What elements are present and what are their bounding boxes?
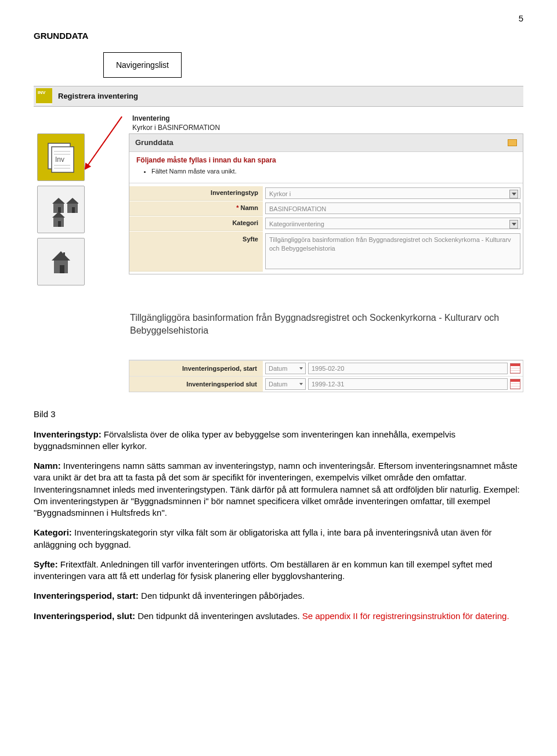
select-inventeringstyp[interactable]: Kyrkor i (265, 187, 520, 199)
sidebar-icon-rail: Inv (37, 133, 85, 285)
svg-text:Inv: Inv (55, 155, 64, 164)
lead-syfte: Syfte: (34, 559, 58, 569)
body-text: Bild 3 Inventeringstyp: Förvalslista öve… (34, 408, 523, 622)
document-stack-icon: Inv (44, 140, 78, 175)
inventering-title: Inventering (132, 114, 220, 123)
svg-marker-16 (52, 251, 70, 261)
para-start: Inventeringsperiod, start: Den tidpunkt … (34, 590, 523, 602)
inventering-heading: Inventering Kyrkor i BASINFORMATION (132, 114, 220, 132)
label-namn-text: Namn (240, 204, 258, 212)
svg-rect-18 (60, 265, 64, 273)
sidebar-item-houses-multi[interactable] (37, 186, 85, 233)
para-inventeringstyp: Inventeringstyp: Förvalslista över de ol… (34, 429, 523, 453)
select-kategori[interactable]: Kategoriinventering (265, 218, 520, 229)
para-kategori: Kategori: Inventeringskategorin styr vil… (34, 527, 523, 551)
callout-arrow (85, 117, 122, 169)
label-period-slut: Inventeringsperiod slut (129, 377, 263, 392)
caption-bild: Bild 3 (34, 408, 523, 420)
para-slut: Inventeringsperiod, slut: Den tidpunkt d… (34, 610, 523, 622)
text-start: Den tidpunkt då inventeringen påbörjades… (139, 591, 305, 601)
houses-icon (44, 192, 78, 227)
sidebar-item-inventering[interactable]: Inv (37, 133, 85, 181)
input-slut-date[interactable]: 1999-12-31 (308, 378, 508, 390)
panel-heading: Grunddata (135, 138, 173, 148)
para-namn: Namn: Inventeringens namn sätts samman a… (34, 460, 523, 519)
calendar-icon[interactable] (510, 363, 520, 374)
label-period-start: Inventeringsperiod, start (129, 361, 263, 376)
window-titlebar: INV Registrera inventering (34, 86, 523, 107)
window-title: Registrera inventering (58, 91, 138, 102)
callout-navigeringslist: Navigeringslist (103, 52, 182, 78)
lead-inventeringstyp: Inventeringstyp: (34, 429, 102, 439)
label-namn: * Namn (129, 201, 263, 216)
collapse-button[interactable] (508, 139, 517, 146)
lead-slut: Inventeringsperiod, slut: (34, 611, 135, 621)
svg-marker-10 (66, 198, 78, 204)
svg-rect-19 (63, 252, 65, 257)
text-slut: Den tidpunkt då inventeringen avslutades… (135, 611, 302, 621)
form-rows: Inventeringstyp Kyrkor i * Namn BASINFOR… (129, 183, 523, 274)
house-icon (44, 244, 78, 279)
text-slut-red: Se appendix II för registreringsinstrukt… (302, 611, 509, 621)
svg-rect-12 (72, 207, 75, 213)
validation-warning: Följande måste fyllas i innan du kan spa… (129, 152, 523, 183)
sidebar-item-house-single[interactable] (37, 238, 85, 285)
lead-kategori: Kategori: (34, 527, 72, 537)
text-namn: Inventeringens namn sätts samman av inve… (34, 461, 520, 518)
label-syfte: Syfte (129, 231, 263, 272)
text-syfte: Fritextfält. Anledningen till varför inv… (34, 559, 492, 581)
svg-marker-7 (52, 198, 65, 204)
screenshot-region: Navigeringslist INV Registrera inventeri… (34, 52, 523, 400)
required-marker: * (236, 204, 238, 212)
panel-heading-row: Grunddata (129, 134, 523, 152)
page-number: 5 (519, 13, 523, 24)
inventering-subtitle: Kyrkor i BASINFORMATION (132, 123, 220, 132)
svg-rect-15 (58, 221, 61, 227)
para-syfte: Syfte: Fritextfält. Anledningen till var… (34, 559, 523, 583)
date-block: Inventeringsperiod, start Datum 1995-02-… (129, 360, 523, 392)
grunddata-panel: Grunddata Följande måste fyllas i innan … (129, 133, 523, 274)
label-inventeringstyp: Inventeringstyp (129, 186, 263, 201)
select-start-mode[interactable]: Datum (265, 363, 306, 374)
inv-badge-icon: INV (36, 88, 52, 104)
section-title: GRUNDDATA (34, 30, 523, 42)
input-start-date[interactable]: 1995-02-20 (308, 363, 508, 374)
select-slut-mode[interactable]: Datum (265, 378, 306, 390)
textarea-syfte[interactable]: Tillgängliggöra basinformation från Bygg… (265, 233, 520, 269)
input-namn[interactable]: BASINFORMATION (265, 202, 520, 214)
calendar-icon[interactable] (510, 379, 520, 389)
validation-warning-title: Följande måste fyllas i innan du kan spa… (136, 155, 516, 165)
syfte-zoom-text: Tillgängliggöra basinformation från Bygg… (129, 308, 523, 339)
validation-warning-item: Fältet Namn måste vara unikt. (151, 167, 516, 176)
lead-namn: Namn: (34, 461, 61, 471)
label-kategori: Kategori (129, 216, 263, 231)
lead-start: Inventeringsperiod, start: (34, 591, 139, 601)
text-kategori: Inventeringskategorin styr vilka fält so… (34, 527, 492, 549)
